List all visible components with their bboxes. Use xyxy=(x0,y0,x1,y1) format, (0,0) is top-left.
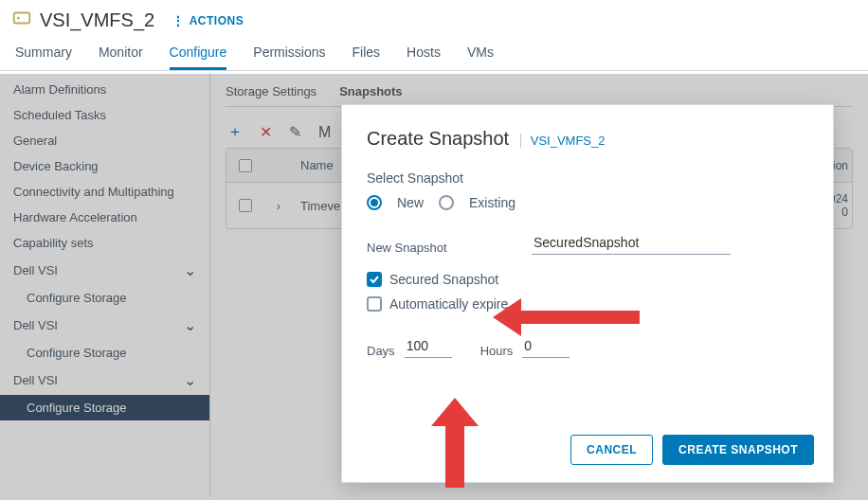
actions-menu[interactable]: ⋮ ACTIONS xyxy=(172,14,244,27)
page-title-text: VSI_VMFS_2 xyxy=(40,9,154,31)
svg-rect-0 xyxy=(14,13,30,24)
select-snapshot-label: Select Snapshot xyxy=(367,170,808,186)
auto-expire-label: Automatically expire xyxy=(389,296,508,312)
hours-label: Hours xyxy=(480,344,514,358)
modal-context[interactable]: VSI_VMFS_2 xyxy=(520,134,606,148)
main-tabs: Summary Monitor Configure Permissions Fi… xyxy=(0,37,868,71)
create-snapshot-modal: Create Snapshot VSI_VMFS_2 Select Snapsh… xyxy=(341,104,834,483)
page-title: VSI_VMFS_2 xyxy=(11,8,154,33)
days-label: Days xyxy=(367,344,395,358)
kebab-icon: ⋮ xyxy=(172,14,186,27)
radio-existing[interactable] xyxy=(439,195,454,210)
tab-files[interactable]: Files xyxy=(353,37,381,70)
tab-hosts[interactable]: Hosts xyxy=(407,37,441,70)
svg-point-1 xyxy=(17,17,20,20)
actions-label: ACTIONS xyxy=(190,14,244,27)
page-header: VSI_VMFS_2 ⋮ ACTIONS xyxy=(0,0,868,37)
tab-permissions[interactable]: Permissions xyxy=(253,37,325,70)
modal-footer: CANCEL CREATE SNAPSHOT xyxy=(570,435,814,465)
datastore-icon xyxy=(11,8,32,33)
tab-summary[interactable]: Summary xyxy=(15,37,72,70)
hours-input[interactable] xyxy=(522,334,570,358)
create-snapshot-button[interactable]: CREATE SNAPSHOT xyxy=(662,435,814,465)
radio-existing-label: Existing xyxy=(469,195,515,210)
auto-expire-checkbox[interactable] xyxy=(367,296,382,312)
tab-monitor[interactable]: Monitor xyxy=(99,37,143,70)
tab-configure[interactable]: Configure xyxy=(170,37,227,70)
new-snapshot-input[interactable] xyxy=(532,231,731,255)
days-input[interactable] xyxy=(405,334,452,358)
radio-new[interactable] xyxy=(367,195,382,210)
modal-title: Create Snapshot xyxy=(367,128,509,150)
tab-vms[interactable]: VMs xyxy=(467,37,494,70)
radio-new-label: New xyxy=(397,195,424,210)
secured-snapshot-label: Secured Snapshot xyxy=(389,272,498,287)
cancel-button[interactable]: CANCEL xyxy=(570,435,653,465)
new-snapshot-label: New Snapshot xyxy=(367,241,509,255)
secured-snapshot-checkbox[interactable] xyxy=(367,272,382,287)
snapshot-type-radio-group: New Existing xyxy=(367,195,808,210)
